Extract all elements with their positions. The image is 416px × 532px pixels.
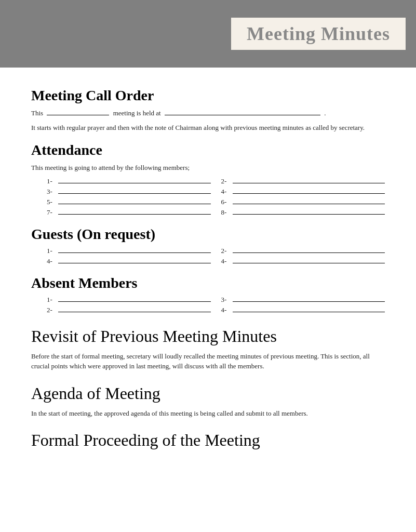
list-item: 1- bbox=[47, 177, 211, 185]
section-formal: Formal Proceeding of the Meeting bbox=[31, 431, 385, 450]
attendance-intro: This meeting is going to attend by the f… bbox=[31, 163, 385, 173]
title-box: Meeting Minutes bbox=[231, 18, 406, 50]
attendance-title: Attendance bbox=[31, 142, 385, 158]
section-absent: Absent Members 1- 3- 2- 4- bbox=[31, 275, 385, 314]
header-bar: Meeting Minutes bbox=[0, 0, 416, 68]
list-item: 4- bbox=[221, 188, 385, 196]
item-fill[interactable] bbox=[58, 312, 211, 312]
item-num: 3- bbox=[221, 296, 231, 304]
list-item: 8- bbox=[221, 208, 385, 217]
list-item: 3- bbox=[47, 188, 211, 196]
content-area: Meeting Call Order This meeting is held … bbox=[0, 68, 416, 476]
item-num: 4- bbox=[47, 257, 56, 265]
item-fill[interactable] bbox=[233, 263, 385, 263]
list-item: 4- bbox=[47, 257, 211, 265]
call-order-title: Meeting Call Order bbox=[31, 87, 385, 104]
absent-list: 1- 3- 2- 4- bbox=[47, 296, 385, 314]
guests-title: Guests (On request) bbox=[31, 226, 385, 243]
guests-list: 1- 2- 4- 4- bbox=[47, 247, 385, 265]
agenda-body: In the start of meeting, the approved ag… bbox=[31, 408, 385, 419]
list-item: 1- bbox=[47, 247, 211, 255]
call-order-line1: This meeting is held at . bbox=[31, 108, 385, 118]
item-num: 2- bbox=[221, 247, 231, 255]
call-order-blank1[interactable] bbox=[47, 115, 109, 115]
item-fill[interactable] bbox=[58, 193, 211, 194]
formal-title: Formal Proceeding of the Meeting bbox=[31, 431, 385, 450]
revisit-title: Revisit of Previous Meeting Minutes bbox=[31, 327, 385, 346]
list-item: 3- bbox=[221, 296, 385, 304]
item-num: 6- bbox=[221, 198, 231, 206]
list-item: 7- bbox=[47, 208, 211, 217]
item-num: 4- bbox=[221, 306, 231, 314]
item-fill[interactable] bbox=[58, 252, 211, 253]
list-item: 5- bbox=[47, 198, 211, 206]
agenda-title: Agenda of Meeting bbox=[31, 384, 385, 403]
list-item: 1- bbox=[47, 296, 211, 304]
list-item: 2- bbox=[221, 247, 385, 255]
item-num: 5- bbox=[47, 198, 56, 206]
revisit-body: Before the start of formal meeting, secr… bbox=[31, 351, 385, 371]
item-num: 7- bbox=[47, 208, 56, 217]
item-num: 4- bbox=[221, 188, 231, 196]
item-fill[interactable] bbox=[233, 204, 385, 204]
list-item: 2- bbox=[221, 177, 385, 185]
item-fill[interactable] bbox=[58, 183, 211, 183]
list-item: 6- bbox=[221, 198, 385, 206]
list-item: 2- bbox=[47, 306, 211, 314]
item-num: 2- bbox=[221, 177, 231, 185]
call-order-period: . bbox=[324, 109, 326, 117]
call-order-body: It starts with regular prayer and then w… bbox=[31, 123, 385, 133]
item-num: 1- bbox=[47, 296, 56, 304]
item-fill[interactable] bbox=[233, 312, 385, 312]
list-item: 4- bbox=[221, 257, 385, 265]
page-title: Meeting Minutes bbox=[247, 23, 390, 45]
section-attendance: Attendance This meeting is going to atte… bbox=[31, 142, 385, 217]
item-num: 8- bbox=[221, 208, 231, 217]
absent-title: Absent Members bbox=[31, 275, 385, 291]
page: Meeting Minutes Meeting Call Order This … bbox=[0, 0, 416, 532]
attendance-list: 1- 2- 3- 4- 5- bbox=[47, 177, 385, 217]
item-num: 4- bbox=[221, 257, 231, 265]
item-num: 1- bbox=[47, 177, 56, 185]
item-fill[interactable] bbox=[58, 301, 211, 302]
item-fill[interactable] bbox=[58, 204, 211, 204]
item-fill[interactable] bbox=[233, 214, 385, 215]
item-fill[interactable] bbox=[233, 252, 385, 253]
item-fill[interactable] bbox=[233, 183, 385, 183]
call-order-held-at: meeting is held at bbox=[113, 109, 161, 117]
item-num: 1- bbox=[47, 247, 56, 255]
section-revisit: Revisit of Previous Meeting Minutes Befo… bbox=[31, 327, 385, 371]
section-agenda: Agenda of Meeting In the start of meetin… bbox=[31, 384, 385, 419]
item-fill[interactable] bbox=[58, 263, 211, 263]
list-item: 4- bbox=[221, 306, 385, 314]
section-guests: Guests (On request) 1- 2- 4- 4- bbox=[31, 226, 385, 265]
item-num: 3- bbox=[47, 188, 56, 196]
section-call-order: Meeting Call Order This meeting is held … bbox=[31, 87, 385, 132]
item-fill[interactable] bbox=[233, 301, 385, 302]
item-fill[interactable] bbox=[58, 214, 211, 215]
item-fill[interactable] bbox=[233, 193, 385, 194]
call-order-blank2[interactable] bbox=[165, 115, 320, 115]
call-order-this: This bbox=[31, 109, 43, 117]
item-num: 2- bbox=[47, 306, 56, 314]
